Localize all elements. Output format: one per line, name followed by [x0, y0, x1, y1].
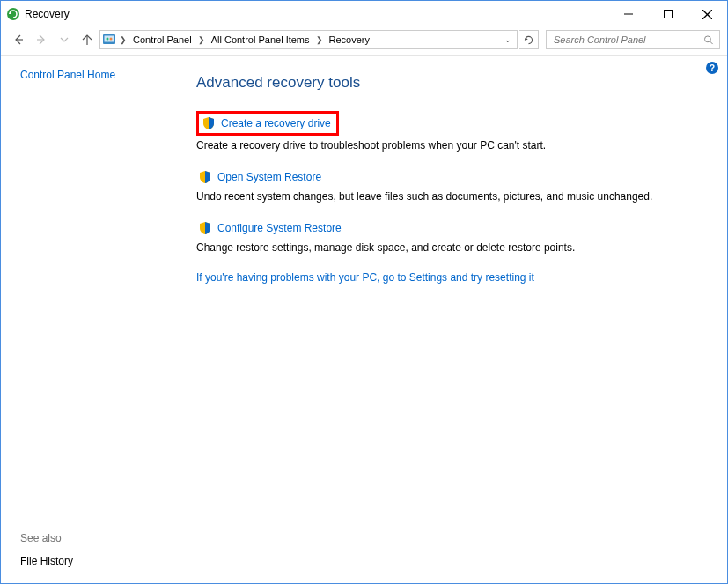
recovery-window: Recovery ❯	[0, 0, 728, 584]
tool-open-system-restore: Open System Restore Undo recent system c…	[196, 169, 717, 203]
svg-point-12	[704, 35, 710, 41]
control-panel-home-link[interactable]: Control Panel Home	[20, 69, 186, 81]
svg-line-13	[710, 41, 712, 44]
tool-desc: Undo recent system changes, but leave fi…	[196, 190, 717, 203]
tool-configure-system-restore: Configure System Restore Change restore …	[196, 220, 717, 254]
chevron-right-icon[interactable]: ❯	[118, 35, 129, 44]
back-button[interactable]	[8, 29, 29, 50]
svg-point-11	[110, 38, 113, 41]
shield-icon	[202, 116, 216, 130]
svg-point-10	[107, 38, 109, 41]
chevron-right-icon[interactable]: ❯	[314, 35, 325, 44]
tool-desc: Create a recovery drive to troubleshoot …	[196, 139, 717, 152]
address-bar[interactable]: ❯ Control Panel ❯ All Control Panel Item…	[99, 30, 518, 49]
configure-system-restore-link[interactable]: Configure System Restore	[196, 220, 343, 236]
shield-icon	[198, 221, 212, 235]
shield-icon	[198, 170, 212, 184]
help-icon[interactable]: ?	[706, 62, 718, 74]
see-also-header: See also	[20, 532, 186, 544]
file-history-link[interactable]: File History	[20, 555, 73, 567]
see-also-section: See also File History	[20, 532, 186, 583]
search-input[interactable]	[554, 34, 703, 45]
titlebar: Recovery	[1, 1, 727, 27]
create-recovery-drive-link[interactable]: Create a recovery drive	[196, 111, 339, 136]
control-panel-icon	[102, 33, 116, 47]
svg-rect-9	[105, 36, 114, 42]
maximize-button[interactable]	[648, 2, 688, 27]
sidebar: Control Panel Home See also File History	[1, 56, 186, 583]
up-button[interactable]	[77, 29, 98, 50]
page-heading: Advanced recovery tools	[196, 74, 717, 92]
body: Control Panel Home See also File History…	[1, 56, 727, 583]
refresh-button[interactable]	[519, 30, 539, 49]
chevron-right-icon[interactable]: ❯	[196, 35, 207, 44]
window-title: Recovery	[25, 8, 70, 20]
open-system-restore-link[interactable]: Open System Restore	[196, 169, 323, 185]
tool-desc: Change restore settings, manage disk spa…	[196, 241, 717, 254]
search-box[interactable]	[546, 30, 720, 49]
recovery-app-icon	[6, 7, 20, 21]
recent-locations-dropdown[interactable]	[54, 29, 75, 50]
address-dropdown[interactable]: ⌄	[501, 35, 515, 44]
main-panel: ? Advanced recovery tools Create a recov…	[186, 56, 727, 583]
breadcrumb-control-panel[interactable]: Control Panel	[130, 34, 195, 45]
svg-rect-2	[664, 11, 672, 18]
search-icon	[703, 34, 714, 46]
reset-pc-link[interactable]: If you're having problems with your PC, …	[196, 271, 534, 284]
breadcrumb-recovery[interactable]: Recovery	[327, 34, 372, 45]
forward-button[interactable]	[31, 29, 52, 50]
close-button[interactable]	[688, 2, 727, 27]
tool-link-label: Open System Restore	[217, 171, 321, 183]
breadcrumb-all-items[interactable]: All Control Panel Items	[209, 34, 313, 45]
tool-link-label: Create a recovery drive	[221, 117, 331, 129]
tool-create-recovery-drive: Create a recovery drive Create a recover…	[196, 111, 717, 152]
nav-row: ❯ Control Panel ❯ All Control Panel Item…	[1, 27, 727, 55]
minimize-button[interactable]	[608, 2, 648, 27]
tool-link-label: Configure System Restore	[217, 222, 342, 234]
